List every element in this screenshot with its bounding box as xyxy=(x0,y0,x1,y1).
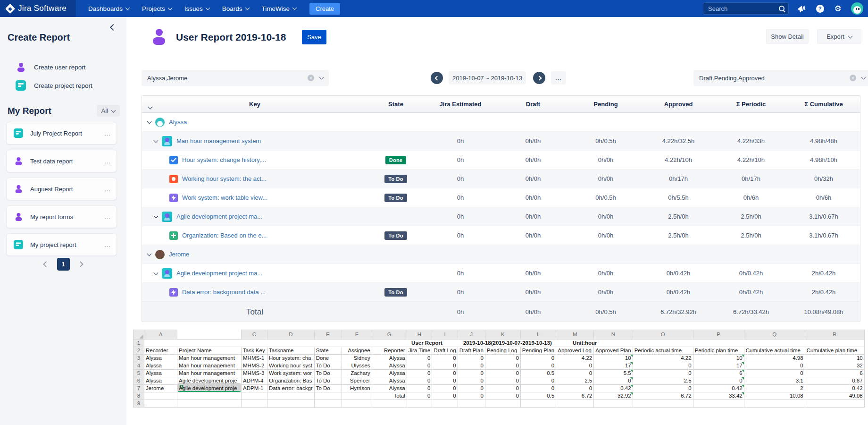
sheet-cell[interactable]: Alyssa xyxy=(144,377,177,384)
nav-item-timewise[interactable]: TimeWise xyxy=(262,5,297,12)
sheet-cell[interactable] xyxy=(177,400,242,407)
sheet-cell[interactable]: 0 xyxy=(432,384,458,392)
user-avatar[interactable] xyxy=(851,2,863,15)
sheet-cell[interactable]: 0 xyxy=(520,377,556,384)
sheet-cell[interactable]: 0.42 xyxy=(805,384,864,392)
row-label[interactable]: Organization: Based on the e... xyxy=(182,232,267,239)
sheet-col-header-I[interactable]: I xyxy=(432,330,458,340)
sheet-cell[interactable]: 32 xyxy=(805,362,864,369)
announcement-icon[interactable] xyxy=(797,4,807,13)
sheet-cell[interactable]: Data error: backgr xyxy=(267,384,315,392)
sheet-cell[interactable]: 5.5 xyxy=(594,369,633,377)
sheet-cell[interactable]: 0 xyxy=(407,384,432,392)
sheet-cell[interactable] xyxy=(594,400,633,407)
sheet-header-cell[interactable]: Jira Time xyxy=(407,347,432,354)
sheet-cell[interactable]: 0 xyxy=(485,392,520,400)
sheet-cell[interactable]: 32.92 xyxy=(594,392,633,400)
card-menu-button[interactable]: ... xyxy=(104,158,111,165)
sheet-col-header-D[interactable]: D xyxy=(267,330,315,340)
sheet-cell[interactable]: 0 xyxy=(594,377,633,384)
sheet-cell[interactable]: 10 xyxy=(693,354,744,362)
sheet-cell[interactable]: Alyssa xyxy=(372,354,407,362)
sheet-cell[interactable]: 0 xyxy=(407,369,432,377)
sheet-col-header-R[interactable]: R xyxy=(805,330,864,340)
sheet-cell[interactable]: 0 xyxy=(407,354,432,362)
sheet-cell[interactable]: Hyrrison xyxy=(342,384,372,392)
sheet-header-cell[interactable]: Reporter xyxy=(372,347,407,354)
sheet-cell[interactable]: 10.08 xyxy=(744,392,805,400)
sheet-cell[interactable]: To Do xyxy=(314,377,342,384)
sheet-cell[interactable] xyxy=(744,400,805,407)
expand-chevron-icon[interactable] xyxy=(147,251,152,256)
row-label[interactable]: Agile development project ma... xyxy=(176,270,262,277)
export-button[interactable]: Export xyxy=(817,29,861,44)
nav-item-boards[interactable]: Boards xyxy=(222,5,249,12)
sheet-cell[interactable]: MHMS-1 xyxy=(242,354,267,362)
sheet-cell[interactable]: 10 xyxy=(594,354,633,362)
sheet-cell[interactable]: 0 xyxy=(485,362,520,369)
help-icon[interactable]: ? xyxy=(815,4,825,13)
sheet-cell[interactable] xyxy=(314,392,342,400)
row-label[interactable]: Jerome xyxy=(169,251,189,258)
sheet-cell[interactable]: 0 xyxy=(520,354,556,362)
sheet-cell[interactable] xyxy=(556,400,594,407)
sheet-header-cell[interactable]: Task Key xyxy=(242,347,267,354)
sheet-cell[interactable]: 0 xyxy=(693,377,744,384)
sheet-cell[interactable] xyxy=(144,400,177,407)
sheet-cell[interactable]: 17 xyxy=(594,362,633,369)
date-prev-button[interactable] xyxy=(431,72,443,84)
sheet-cell[interactable]: 0 xyxy=(520,384,556,392)
sheet-cell[interactable]: 0.5 xyxy=(520,392,556,400)
sheet-cell[interactable]: Alyssa xyxy=(372,384,407,392)
sheet-cell[interactable]: 0 xyxy=(485,369,520,377)
sheet-col-header-F[interactable]: F xyxy=(342,330,372,340)
card-menu-button[interactable]: ... xyxy=(104,186,111,193)
sheet-cell[interactable]: Alyssa xyxy=(144,362,177,369)
nav-item-issues[interactable]: Issues xyxy=(184,5,209,12)
sheet-cell[interactable]: To Do xyxy=(314,384,342,392)
sheet-cell[interactable]: 0 xyxy=(432,377,458,384)
sheet-cell[interactable]: Alyssa xyxy=(372,369,407,377)
sheet-row-number[interactable]: 6 xyxy=(134,377,144,384)
sheet-cell[interactable]: Sidney xyxy=(342,354,372,362)
sheet-header-cell[interactable]: Assignee xyxy=(342,347,372,354)
sheet-cell[interactable]: 0 xyxy=(485,354,520,362)
row-label[interactable]: Hour system: change history,... xyxy=(182,156,266,163)
sheet-cell[interactable]: 0 xyxy=(556,362,594,369)
sheet-cell[interactable]: Work system: wor xyxy=(267,369,315,377)
sheet-cell[interactable]: 0 xyxy=(432,369,458,377)
row-label[interactable]: Data error: background data ... xyxy=(182,289,266,296)
sheet-cell[interactable]: 2 xyxy=(744,384,805,392)
sheet-cell[interactable]: Alyssa xyxy=(372,377,407,384)
sheet-col-header-P[interactable]: P xyxy=(693,330,744,340)
sheet-cell[interactable]: 0.42 xyxy=(594,384,633,392)
show-detail-button[interactable]: Show Detail xyxy=(766,29,809,44)
sheet-col-header-Q[interactable]: Q xyxy=(744,330,805,340)
sheet-cell[interactable]: 0 xyxy=(432,392,458,400)
sheet-header-cell[interactable]: State xyxy=(314,347,342,354)
sheet-cell[interactable]: 4.98 xyxy=(744,354,805,362)
state-filter-select[interactable]: Draft.Pending.Approved × xyxy=(693,70,868,86)
sheet-cell[interactable]: 6.72 xyxy=(633,392,693,400)
sheet-cell[interactable]: 0.5 xyxy=(520,369,556,377)
sheet-cell[interactable]: 0 xyxy=(485,384,520,392)
sheet-cell[interactable]: Man hour management xyxy=(177,369,242,377)
sheet-cell[interactable]: Alyssa xyxy=(144,369,177,377)
date-range[interactable]: 2019-10-07 ~ 2019-10-13 xyxy=(449,71,526,85)
sheet-row-number[interactable]: 4 xyxy=(134,362,144,369)
sheet-col-header-G[interactable]: G xyxy=(372,330,407,340)
expand-chevron-icon[interactable] xyxy=(147,119,152,124)
sheet-cell[interactable]: Hour system: cha xyxy=(267,354,315,362)
expand-chevron-icon[interactable] xyxy=(154,138,159,143)
sheet-cell[interactable]: 0 xyxy=(556,384,594,392)
sheet-col-header-E[interactable]: E xyxy=(314,330,342,340)
sheet-header-cell[interactable]: Pending Log xyxy=(485,347,520,354)
report-card-my-project-report[interactable]: My project report... xyxy=(6,233,117,256)
sheet-header-cell[interactable]: Cumulative actual time xyxy=(744,347,805,354)
sheet-cell[interactable]: 0 xyxy=(485,377,520,384)
report-card-my-report-forms[interactable]: My report forms... xyxy=(6,205,117,228)
sheet-cell[interactable]: Alyssa xyxy=(372,362,407,369)
sheet-cell[interactable]: Agile development proje xyxy=(177,377,242,384)
sheet-cell[interactable]: ADPM-4 xyxy=(242,377,267,384)
expand-chevron-icon[interactable] xyxy=(154,270,159,275)
